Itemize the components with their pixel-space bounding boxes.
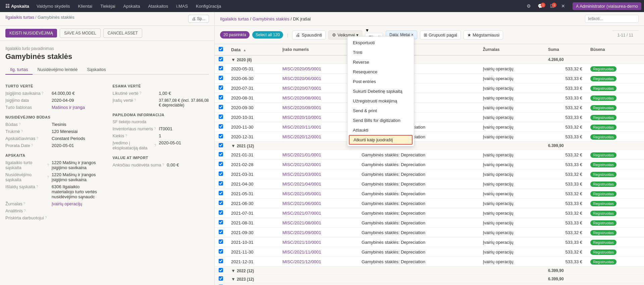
iraso-nr-link[interactable]: MISC/2020/10/0001 (282, 115, 321, 120)
group-arrow-icon[interactable]: ▼ (231, 57, 235, 62)
tab-saskaitos[interactable]: Sąskaitos (82, 65, 110, 75)
chat-icon[interactable]: 💬1 (536, 3, 545, 9)
row-checkbox[interactable] (219, 181, 223, 186)
row-checkbox[interactable] (219, 105, 223, 109)
nav-item-apskaita[interactable]: Apskaita (120, 0, 144, 12)
table-row[interactable]: 2021-05-31 MISC/2021/05/0001 Gamybinės s… (215, 189, 644, 199)
menu-item-sukurti-debetine[interactable]: Sukurti Debetinę sąskaitą (347, 86, 414, 96)
iraso-nr-link[interactable]: MISC/2021/05/0001 (282, 191, 321, 196)
menu-item-atkurti-juodrastj[interactable]: Atkurti kaip juodraštį (349, 135, 413, 145)
iraso-nr-link[interactable]: MISC/2021/03/0001 (282, 172, 321, 177)
table-row[interactable]: 2020-07-31 MISC/2020/07/0001 Gamybinės s… (215, 83, 644, 93)
table-row[interactable]: 2021-12-31 MISC/2021/12/0001 Gamybinės s… (215, 257, 644, 267)
iraso-nr-link[interactable]: MISC/2020/07/0001 (282, 86, 321, 91)
zurnalas-link[interactable]: Įvairių operacijų (52, 201, 82, 206)
megstamiausi-button[interactable]: ★ Mégstamiausi (464, 30, 503, 40)
menu-item-send-print[interactable]: Send & print (347, 106, 414, 116)
iraso-nr-link[interactable]: MISC/2021/11/0001 (282, 250, 321, 255)
table-row[interactable]: 2020-09-30 MISC/2020/09/0001 Gamybinės s… (215, 103, 644, 113)
table-row[interactable]: 2020-10-31 MISC/2020/10/0001 Gamybinės s… (215, 113, 644, 122)
search-input[interactable] (585, 15, 639, 23)
iraso-nr-link[interactable]: MISC/2020/08/0001 (282, 95, 321, 100)
table-row[interactable]: 2021-10-31 MISC/2021/10/0001 Gamybinės s… (215, 237, 644, 247)
row-checkbox[interactable] (219, 115, 223, 119)
table-row[interactable]: 2020-08-31 MISC/2020/08/0001 Gamybinės s… (215, 93, 644, 103)
close-icon[interactable]: ✕ (559, 3, 567, 9)
menu-item-atsaukti[interactable]: Atšaukti (347, 125, 414, 135)
table-row[interactable]: 2021-04-30 MISC/2021/04/0001 Gamybinės s… (215, 179, 644, 189)
table-row[interactable]: 2021-03-31 MISC/2021/03/0001 Gamybinės s… (215, 169, 644, 179)
table-row[interactable]: 2020-05-31 MISC/2020/05/0001 Gamybinės s… (215, 64, 644, 74)
row-checkbox[interactable] (219, 191, 223, 195)
settings-icon[interactable]: ⚙ (525, 3, 533, 9)
table-row[interactable]: 2021-01-31 MISC/2021/01/0001 Gamybinės s… (215, 150, 644, 160)
row-checkbox[interactable] (219, 201, 223, 205)
menu-item-post-entries[interactable]: Post entries (347, 77, 414, 86)
table-row[interactable]: 2020-06-30 MISC/2020/06/0001 Gamybinės s… (215, 74, 644, 83)
row-checkbox[interactable] (219, 95, 223, 99)
iraso-nr-link[interactable]: MISC/2021/09/0001 (282, 230, 321, 235)
group-checkbox[interactable] (219, 276, 223, 281)
turto-sablonas-link[interactable]: Mašinos ir įranga (52, 105, 85, 110)
row-checkbox[interactable] (219, 210, 223, 215)
row-checkbox[interactable] (219, 239, 223, 244)
print-button-right[interactable]: 🖨 Spausdinti (292, 30, 326, 40)
breadcrumb-parent-link[interactable]: Ilgalaikis turtas (5, 15, 34, 20)
table-row[interactable]: 2021-02-28 MISC/2021/02/0001 Gamybinės s… (215, 160, 644, 169)
row-checkbox[interactable] (219, 171, 223, 176)
table-row[interactable]: 2021-06-30 MISC/2021/06/0001 Gamybinės s… (215, 199, 644, 208)
tab-ilg-turtas[interactable]: Ilg. turtas (5, 65, 33, 75)
table-row[interactable]: 2021-08-31 MISC/2021/08/0001 Gamybinės s… (215, 218, 644, 228)
cancel-asset-button[interactable]: CANCEL ASSET (103, 28, 142, 38)
table-row[interactable]: 2021-07-31 MISC/2021/07/0001 Gamybinės s… (215, 208, 644, 218)
row-checkbox[interactable] (219, 66, 223, 70)
group-label[interactable]: ▼2024 (12) (227, 283, 544, 285)
iraso-nr-link[interactable]: MISC/2021/06/0001 (282, 201, 321, 206)
iraso-nr-link[interactable]: MISC/2021/07/0001 (282, 211, 321, 216)
menu-item-trinti[interactable]: Trinti (347, 48, 414, 57)
iraso-nr-link[interactable]: MISC/2020/11/0001 (282, 125, 321, 130)
tasks-icon[interactable]: ☑1 (548, 3, 556, 9)
menu-item-uzregistruoti[interactable]: Užregistruoti mokėjimą (347, 96, 414, 106)
user-menu-button[interactable]: A Administrator (vialaurea-demo (573, 2, 641, 10)
print-button[interactable]: 🖨 Sp... (188, 15, 209, 23)
menu-item-resequence[interactable]: Resequence (347, 67, 414, 77)
iraso-nr-link[interactable]: MISC/2021/10/0001 (282, 240, 321, 245)
menu-item-send-bills[interactable]: Send Bills for digitization (347, 116, 414, 125)
nav-item-konfiguracija[interactable]: Konfigūracija (193, 0, 224, 12)
group-arrow-icon[interactable]: ▼ (231, 277, 235, 282)
table-row[interactable]: 2020-12-31 MISC/2020/12/0001 Gamybinės s… (215, 132, 644, 142)
iraso-nr-link[interactable]: MISC/2020/09/0001 (282, 105, 321, 110)
row-checkbox[interactable] (219, 76, 223, 80)
group-label[interactable]: ▼2022 (12) (227, 267, 544, 275)
right-breadcrumb-parent2-link[interactable]: Gamybinės staklės (253, 16, 289, 21)
row-checkbox[interactable] (219, 124, 223, 129)
nav-item-imas[interactable]: i.MAS (173, 0, 191, 12)
row-checkbox[interactable] (219, 152, 223, 156)
row-checkbox[interactable] (219, 220, 223, 224)
iraso-nr-link[interactable]: MISC/2021/12/0001 (282, 259, 321, 264)
menu-item-eksportuoti[interactable]: Eksportuoti (347, 38, 414, 48)
nav-item-klientai[interactable]: Klientai (75, 0, 96, 12)
tab-nusidevejimu[interactable]: Nusidėvėjimo lentelė (33, 65, 82, 75)
iraso-nr-link[interactable]: MISC/2021/02/0001 (282, 162, 321, 167)
row-checkbox[interactable] (219, 134, 223, 138)
row-checkbox[interactable] (219, 85, 223, 90)
group-label[interactable]: ▼2023 (12) (227, 275, 544, 283)
grupuoti-button[interactable]: ⊞ Grupuoti pagal (420, 30, 461, 40)
edit-depreciation-button[interactable]: KEISTI NUSIDĖVĖJIMĄ (5, 29, 57, 38)
row-checkbox[interactable] (219, 230, 223, 234)
menu-item-reverse[interactable]: Reverse (347, 57, 414, 67)
group-checkbox[interactable] (219, 268, 223, 272)
save-as-model-button[interactable]: SAVE AS MODEL (60, 28, 101, 38)
table-row[interactable]: 2021-11-30 MISC/2021/11/0001 Gamybinės s… (215, 247, 644, 257)
nav-item-ataskaitos[interactable]: Ataskaitos (145, 0, 171, 12)
group-checkbox[interactable] (219, 57, 223, 61)
table-row[interactable]: 2021-09-30 MISC/2021/09/0001 Gamybinės s… (215, 228, 644, 237)
row-checkbox[interactable] (219, 162, 223, 166)
iraso-nr-link[interactable]: MISC/2021/04/0001 (282, 182, 321, 187)
right-breadcrumb-parent1-link[interactable]: Ilgalaikis turtas (220, 16, 249, 21)
nav-item-tiekejiai[interactable]: Tiekėjai (97, 0, 118, 12)
nav-item-valdymo[interactable]: Valdymo skydelis (33, 0, 73, 12)
iraso-nr-link[interactable]: MISC/2020/05/0001 (282, 66, 321, 71)
